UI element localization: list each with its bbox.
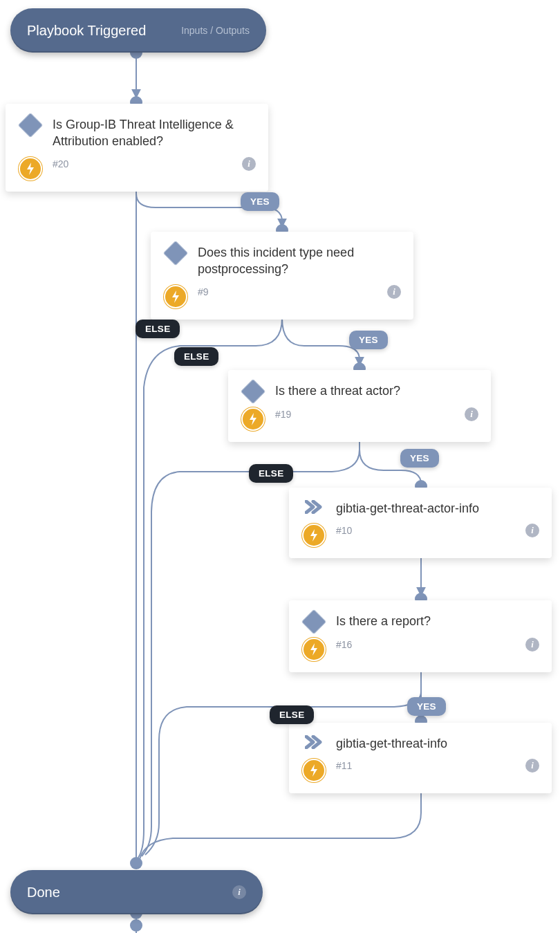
task-node-get-threat-info[interactable]: gibtia-get-threat-info #11 i bbox=[289, 723, 552, 793]
info-icon[interactable]: i bbox=[525, 759, 539, 773]
branch-yes[interactable]: YES bbox=[400, 449, 439, 468]
automation-icon bbox=[301, 638, 326, 661]
action-icon bbox=[301, 735, 326, 749]
condition-icon bbox=[163, 244, 188, 262]
task-title: Does this incident type need postprocess… bbox=[198, 244, 401, 278]
task-node-threat-actor[interactable]: Is there a threat actor? #19 i bbox=[228, 370, 491, 442]
playbook-end-node[interactable]: Done i bbox=[10, 870, 263, 914]
condition-icon bbox=[301, 613, 326, 631]
automation-icon bbox=[301, 524, 326, 547]
inputs-outputs-link[interactable]: Inputs / Outputs bbox=[181, 25, 250, 36]
start-title: Playbook Triggered bbox=[27, 23, 146, 39]
automation-icon bbox=[18, 157, 43, 181]
task-node-get-threat-actor-info[interactable]: gibtia-get-threat-actor-info #10 i bbox=[289, 488, 552, 558]
info-icon[interactable]: i bbox=[525, 638, 539, 652]
branch-else[interactable]: ELSE bbox=[249, 464, 293, 483]
task-node-is-report[interactable]: Is there a report? #16 i bbox=[289, 600, 552, 672]
branch-else[interactable]: ELSE bbox=[136, 320, 180, 338]
automation-icon bbox=[163, 285, 188, 308]
task-id: #11 bbox=[336, 760, 352, 771]
task-id: #20 bbox=[53, 158, 68, 169]
branch-yes[interactable]: YES bbox=[349, 331, 388, 349]
task-node-postprocessing[interactable]: Does this incident type need postprocess… bbox=[151, 232, 413, 320]
automation-icon bbox=[301, 759, 326, 782]
task-title: Is there a threat actor? bbox=[275, 382, 478, 399]
task-node-is-enabled[interactable]: Is Group-IB Threat Intelligence & Attrib… bbox=[6, 104, 268, 192]
branch-else[interactable]: ELSE bbox=[270, 705, 314, 724]
svg-point-23 bbox=[130, 919, 142, 932]
condition-icon bbox=[241, 382, 265, 400]
info-icon[interactable]: i bbox=[242, 157, 256, 171]
info-icon[interactable]: i bbox=[525, 524, 539, 537]
task-title: Is Group-IB Threat Intelligence & Attrib… bbox=[53, 116, 256, 150]
automation-icon bbox=[241, 407, 265, 431]
info-icon[interactable]: i bbox=[232, 885, 246, 899]
task-title: Is there a report? bbox=[336, 613, 539, 629]
branch-else[interactable]: ELSE bbox=[174, 347, 218, 366]
branch-yes[interactable]: YES bbox=[241, 192, 279, 211]
playbook-start-node[interactable]: Playbook Triggered Inputs / Outputs bbox=[10, 8, 266, 53]
task-id: #10 bbox=[336, 525, 352, 536]
info-icon[interactable]: i bbox=[387, 285, 401, 299]
task-title: gibtia-get-threat-info bbox=[336, 735, 539, 752]
action-icon bbox=[301, 500, 326, 514]
task-id: #19 bbox=[275, 409, 291, 420]
end-title: Done bbox=[27, 885, 60, 900]
info-icon[interactable]: i bbox=[465, 407, 478, 421]
task-id: #16 bbox=[336, 639, 352, 650]
condition-icon bbox=[18, 116, 43, 134]
branch-yes[interactable]: YES bbox=[407, 697, 446, 716]
svg-point-21 bbox=[130, 857, 142, 869]
task-title: gibtia-get-threat-actor-info bbox=[336, 500, 539, 517]
task-id: #9 bbox=[198, 286, 209, 297]
